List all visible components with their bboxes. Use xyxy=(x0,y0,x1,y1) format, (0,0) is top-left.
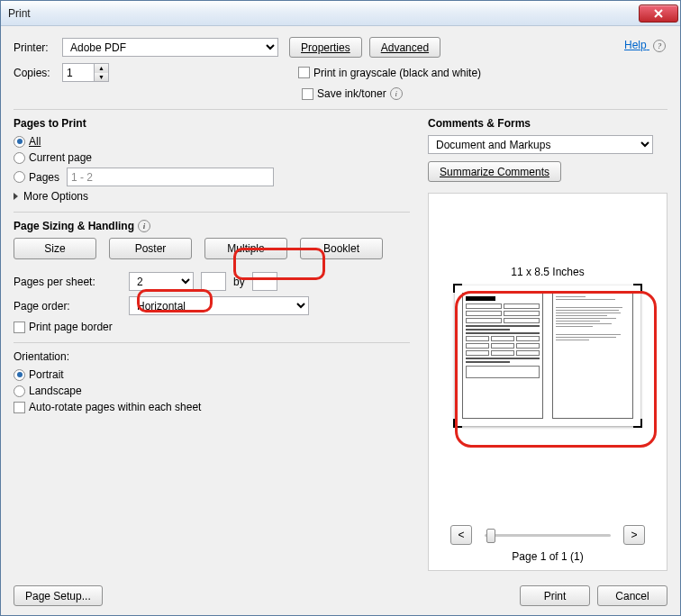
tab-multiple[interactable]: Multiple xyxy=(204,238,287,259)
advanced-button[interactable]: Advanced xyxy=(369,37,440,58)
preview-prev-button[interactable]: < xyxy=(450,525,472,545)
sizing-title: Page Sizing & Handling xyxy=(14,220,134,232)
pps-rows-box[interactable] xyxy=(201,272,226,291)
radio-current[interactable] xyxy=(14,152,25,164)
page-indicator: Page 1 of 1 (1) xyxy=(429,550,667,563)
print-border-checkbox[interactable] xyxy=(14,322,25,333)
portrait-label: Portrait xyxy=(29,368,64,381)
comments-select[interactable]: Document and Markups xyxy=(428,135,653,154)
pages-range-input[interactable] xyxy=(67,168,274,186)
radio-pages-label: Pages xyxy=(29,171,67,184)
radio-landscape[interactable] xyxy=(14,385,25,397)
radio-all-label: All xyxy=(29,135,41,148)
info-icon: i xyxy=(138,220,150,232)
spinner-up[interactable]: ▲ xyxy=(95,64,108,73)
help-icon: ? xyxy=(653,40,666,52)
tab-poster[interactable]: Poster xyxy=(109,238,192,259)
preview-page-1 xyxy=(462,293,543,419)
preview-sheet xyxy=(455,285,640,426)
preview-next-button[interactable]: > xyxy=(623,525,645,545)
page-setup-button[interactable]: Page Setup... xyxy=(14,585,103,606)
tab-size[interactable]: Size xyxy=(14,238,96,259)
radio-all[interactable] xyxy=(14,136,25,148)
saveink-label: Save ink/toner xyxy=(317,87,386,100)
page-order-select[interactable]: Horizontal xyxy=(129,296,309,315)
saveink-checkbox[interactable] xyxy=(302,88,313,100)
help-link[interactable]: Help ? xyxy=(624,39,666,52)
print-border-label: Print page border xyxy=(29,321,113,333)
tab-booklet[interactable]: Booklet xyxy=(300,238,383,259)
pps-cols-box[interactable] xyxy=(252,272,277,291)
disclosure-icon[interactable] xyxy=(14,193,18,200)
autorotate-checkbox[interactable] xyxy=(14,402,25,413)
radio-portrait[interactable] xyxy=(14,369,25,381)
copies-spinner[interactable]: ▲▼ xyxy=(62,63,109,82)
orientation-title: Orientation: xyxy=(14,350,410,363)
preview-page-2 xyxy=(552,293,633,419)
printer-select[interactable]: Adobe PDF xyxy=(62,38,278,57)
more-options[interactable]: More Options xyxy=(23,190,88,203)
copies-label: Copies: xyxy=(14,67,62,79)
preview-dimensions: 11 x 8.5 Inches xyxy=(436,266,659,278)
titlebar: Print xyxy=(1,1,680,26)
copies-input[interactable] xyxy=(63,64,94,81)
printer-label: Printer: xyxy=(14,41,62,54)
close-icon xyxy=(654,9,663,18)
preview-slider[interactable] xyxy=(485,534,611,537)
radio-current-label: Current page xyxy=(29,151,92,164)
pps-label: Pages per sheet: xyxy=(14,276,129,288)
print-button[interactable]: Print xyxy=(520,585,590,606)
preview-area: 11 x 8.5 Inches xyxy=(428,193,667,571)
summarize-button[interactable]: Summarize Comments xyxy=(428,161,561,182)
autorotate-label: Auto-rotate pages within each sheet xyxy=(29,401,201,413)
grayscale-checkbox[interactable] xyxy=(298,67,310,78)
radio-pages[interactable] xyxy=(14,171,25,183)
landscape-label: Landscape xyxy=(29,385,82,397)
properties-button[interactable]: Properties xyxy=(289,37,362,58)
cancel-button[interactable]: Cancel xyxy=(597,585,667,606)
pages-per-sheet-select[interactable]: 2 xyxy=(129,272,194,291)
print-dialog: Print Help ? Printer: Adobe PDF Properti… xyxy=(0,0,681,616)
by-label: by xyxy=(233,276,245,288)
spinner-down[interactable]: ▼ xyxy=(95,73,108,82)
pages-to-print-title: Pages to Print xyxy=(14,117,410,130)
grayscale-label: Print in grayscale (black and white) xyxy=(313,67,481,79)
info-icon: i xyxy=(390,87,403,100)
close-button[interactable] xyxy=(639,5,678,23)
comments-title: Comments & Forms xyxy=(428,117,667,130)
help-link-text: Help xyxy=(624,39,647,51)
page-order-label: Page order: xyxy=(14,300,129,313)
window-title: Print xyxy=(8,7,639,20)
